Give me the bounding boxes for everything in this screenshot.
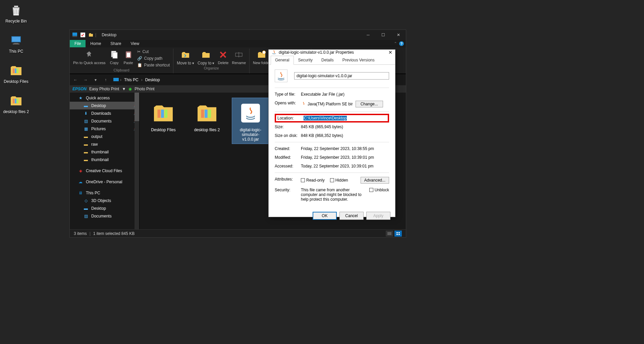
folder-icon: ▬ (83, 142, 89, 147)
up-button[interactable]: ↑ (102, 76, 109, 84)
properties-titlebar[interactable]: digital-logic-simulator-v1.0.0.jar Prope… (269, 50, 395, 55)
sidebar-desktop-2[interactable]: ▬Desktop (70, 204, 139, 212)
crumb-desktop[interactable]: Desktop (144, 78, 161, 82)
paste-shortcut-button[interactable]: 📋Paste shortcut (137, 63, 170, 67)
java-icon (271, 50, 277, 55)
photo-print[interactable]: Photo Print (135, 87, 154, 91)
readonly-checkbox[interactable]: Read-only (301, 178, 325, 183)
copy-button[interactable]: Copy (109, 49, 120, 65)
desktop-icon: ▬ (83, 206, 89, 211)
desktop-icon-this-pc[interactable]: This PC (3, 33, 30, 54)
svg-rect-6 (15, 68, 16, 73)
folder-icon (150, 100, 176, 126)
tab-file[interactable]: File (70, 40, 86, 47)
photo-print-icon: ◉ (128, 87, 132, 91)
svg-rect-15 (113, 52, 117, 58)
view-details-button[interactable] (386, 231, 393, 237)
file-label: desktop files 2 (194, 128, 220, 132)
tab-general[interactable]: General (271, 56, 294, 65)
qat-icons (72, 33, 93, 37)
sidebar-downloads[interactable]: ⬇Downloads📌 (70, 109, 139, 117)
status-bar: 3 items | 1 item selected 845 KB (70, 229, 406, 237)
paste-button[interactable]: Paste (123, 49, 134, 65)
sidebar-scroll-thumb[interactable] (135, 93, 139, 121)
advanced-button[interactable]: Advanced... (361, 177, 389, 184)
recent-dropdown[interactable]: ▾ (92, 76, 99, 84)
easy-photo-print[interactable]: Easy Photo Print (89, 87, 119, 91)
maximize-button[interactable]: ☐ (376, 30, 391, 40)
cut-button[interactable]: ✂Cut (137, 49, 170, 54)
sidebar-raw[interactable]: ▬raw (70, 140, 139, 148)
tab-view[interactable]: View (126, 40, 144, 47)
monitor-icon (72, 33, 77, 37)
window-title: Desktop (102, 33, 116, 37)
minimize-button[interactable]: ─ (361, 30, 376, 40)
cube-icon: ◇ (83, 198, 89, 203)
sidebar-creative-cloud[interactable]: ◈Creative Cloud Files (70, 167, 139, 175)
crumb-this-pc[interactable]: This PC (123, 78, 140, 82)
tab-previous-versions[interactable]: Previous Versions (338, 56, 379, 64)
documents-icon: ▤ (83, 118, 89, 124)
location-value[interactable]: C:\Users\Vince\Desktop (304, 116, 347, 120)
back-button[interactable]: ← (72, 76, 79, 84)
sidebar-quick-access[interactable]: ★Quick access (70, 94, 139, 102)
desktop-icon-folder-2[interactable]: desktop files 2 (3, 93, 30, 114)
tab-share[interactable]: Share (106, 40, 126, 47)
pin-button[interactable]: Pin to Quick access (73, 49, 106, 65)
sidebar-output[interactable]: ▬output (70, 133, 139, 140)
sidebar-onedrive[interactable]: ☁OneDrive - Personal (70, 178, 139, 186)
sidebar-thumbnail[interactable]: ▬thumbnail (70, 148, 139, 156)
tab-home[interactable]: Home (86, 40, 106, 47)
delete-x-icon (218, 49, 228, 60)
svg-point-20 (262, 51, 266, 54)
change-button[interactable]: Change... (356, 101, 383, 107)
close-icon[interactable]: ✕ (388, 50, 392, 55)
new-folder-button[interactable]: New folder (253, 49, 271, 65)
svg-rect-2 (12, 37, 20, 42)
filename-input[interactable] (294, 72, 389, 80)
tab-details[interactable]: Details (317, 56, 338, 64)
sidebar-thumbnail-2[interactable]: ▬thumbnail (70, 156, 139, 163)
hidden-checkbox[interactable]: Hidden (330, 178, 348, 183)
file-item-desktop-files[interactable]: Desktop FIles (145, 98, 182, 134)
size-value: 845 KB (865,945 bytes) (301, 125, 389, 129)
file-item-desktop-files-2[interactable]: desktop files 2 (189, 98, 225, 134)
star-icon: ★ (78, 95, 83, 101)
view-icons-button[interactable] (394, 231, 402, 237)
help-icon[interactable]: ? (399, 41, 404, 46)
unblock-checkbox[interactable]: Unblock (369, 188, 389, 192)
cancel-button[interactable]: Cancel (339, 212, 364, 220)
desktop-icon-folder-1[interactable]: Desktop FIles (3, 63, 30, 84)
tab-security[interactable]: Security (294, 56, 317, 64)
copy-to-button[interactable]: Copy to ▾ (198, 49, 214, 65)
sidebar-pictures[interactable]: ▦Pictures📌 (70, 125, 139, 133)
sidebar-documents-2[interactable]: ▤Documents (70, 212, 139, 220)
desktop-icon-label: Desktop FIles (4, 79, 28, 84)
copy-path-button[interactable]: 🔗Copy path (137, 56, 170, 61)
sidebar-this-pc[interactable]: 🖥This PC (70, 189, 139, 197)
svg-rect-0 (14, 6, 18, 7)
group-organize-label: Organize (177, 66, 246, 71)
move-to-button[interactable]: Move to ▾ (177, 49, 194, 65)
properties-dialog: digital-logic-simulator-v1.0.0.jar Prope… (268, 49, 395, 217)
opens-with-value: Java(TM) Platform SE bir (308, 102, 353, 106)
delete-button[interactable]: Delete (218, 49, 228, 65)
rename-button[interactable]: Rename (232, 49, 246, 65)
file-item-jar[interactable]: digital-logic-simulator-v1.0.0.jar (232, 98, 269, 144)
properties-qat-icon[interactable] (80, 33, 85, 37)
forward-button[interactable]: → (82, 76, 89, 84)
sidebar-desktop[interactable]: ▬Desktop📌 (70, 102, 139, 109)
sidebar-documents[interactable]: ▤Documents📌 (70, 117, 139, 125)
window-titlebar[interactable]: | Desktop ─ ☐ ✕ (70, 30, 406, 40)
path-icon: 🔗 (137, 56, 142, 61)
ok-button[interactable]: OK (313, 212, 337, 220)
scissors-icon: ✂ (137, 49, 141, 54)
rename-icon (233, 49, 244, 60)
sidebar-3d-objects[interactable]: ◇3D Objects (70, 197, 139, 204)
menubar: File Home Share View ⌃ ? (70, 40, 406, 47)
svg-rect-3 (14, 43, 18, 44)
desktop-icon-recycle-bin[interactable]: Recycle Bin (3, 3, 30, 23)
close-button[interactable]: ✕ (391, 30, 406, 40)
collapse-ribbon-icon[interactable]: ⌃ (394, 41, 397, 46)
folder-qat-icon[interactable] (89, 33, 93, 37)
